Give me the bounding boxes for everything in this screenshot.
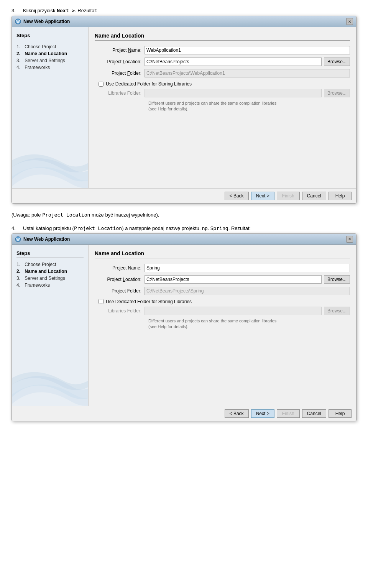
libraries-input xyxy=(145,89,322,97)
step4-number: 4. xyxy=(12,225,23,231)
next-button-ref: Next > xyxy=(57,8,75,13)
next-button[interactable]: Next > xyxy=(251,192,274,200)
titlebar-left: W New Web Application xyxy=(15,18,70,25)
project-name-label-2: Project Name: xyxy=(95,265,145,271)
help-button-2[interactable]: Help xyxy=(329,409,352,418)
svg-text:W: W xyxy=(16,237,20,241)
app-icon-2: W xyxy=(15,236,21,242)
project-location-label-2: Project Location: xyxy=(95,277,145,282)
step2-item-2: 2. Name and Location xyxy=(16,268,84,275)
steps-heading-2: Steps xyxy=(16,250,84,258)
project-name-label: Project Name: xyxy=(95,48,145,53)
project-location-row: Project Location: Browse... xyxy=(95,57,350,66)
content-panel: Name and Location Project Name: Project … xyxy=(89,27,356,188)
libraries-input-2 xyxy=(145,307,322,315)
cancel-button-2[interactable]: Cancel xyxy=(302,409,326,418)
field-reference: Project Location xyxy=(42,212,90,218)
next-button-2[interactable]: Next > xyxy=(251,409,274,418)
project-folder-input xyxy=(145,69,350,77)
dedicated-folder-checkbox-2[interactable] xyxy=(99,299,104,304)
dedicated-folder-label-2: Use Dedicated Folder for Storing Librari… xyxy=(106,299,192,304)
location-browse-button[interactable]: Browse... xyxy=(324,57,350,66)
step-item-3: 3. Server and Settings xyxy=(16,57,84,64)
close-button-2[interactable]: ✕ xyxy=(346,236,353,243)
dialog2-body: Steps 1. Choose Project 2. Name and Loca… xyxy=(12,245,356,406)
project-name-input-2[interactable] xyxy=(145,264,350,272)
location-browse-button-2[interactable]: Browse... xyxy=(324,275,350,284)
step2-item-3: 3. Server and Settings xyxy=(16,275,84,282)
content-panel-2: Name and Location Project Name: Project … xyxy=(89,245,356,406)
step-item-4: 4. Frameworks xyxy=(16,64,84,71)
watermark-2 xyxy=(12,360,88,406)
watermark xyxy=(12,142,88,188)
step3-number: 3. xyxy=(12,8,23,13)
back-button-2[interactable]: < Back xyxy=(225,409,249,418)
dedicated-folder-label: Use Dedicated Folder for Storing Librari… xyxy=(106,81,192,87)
step-item-2: 2. Name and Location xyxy=(16,50,84,57)
project-name-row: Project Name: xyxy=(95,46,350,54)
dedicated-folder-row-2: Use Dedicated Folder for Storing Librari… xyxy=(95,299,350,304)
step3-text: Kliknij przycisk Next >. Rezultat: xyxy=(23,8,97,13)
dialog1-body: Steps 1. Choose Project 2. Name and Loca… xyxy=(12,27,356,188)
svg-text:W: W xyxy=(16,20,20,24)
note-paragraph: (Uwaga: pole Project Location może być i… xyxy=(12,211,356,219)
libraries-label: Libraries Folder: xyxy=(95,90,145,96)
finish-button[interactable]: Finish xyxy=(277,192,300,200)
project-name-input[interactable] xyxy=(145,46,350,54)
content-title: Name and Location xyxy=(95,33,350,41)
dialog1-footer: < Back Next > Finish Cancel Help xyxy=(12,188,356,203)
step2-item-1: 1. Choose Project xyxy=(16,261,84,268)
project-name-row-2: Project Name: xyxy=(95,264,350,272)
dialog1-title: New Web Application xyxy=(23,19,70,24)
dedicated-folder-checkbox[interactable] xyxy=(99,82,104,87)
dialog1-titlebar: W New Web Application ✕ xyxy=(12,16,356,27)
dialog2-titlebar: W New Web Application ✕ xyxy=(12,234,356,245)
libraries-label-2: Libraries Folder: xyxy=(95,308,145,314)
libraries-folder-row: Libraries Folder: Browse... xyxy=(95,89,350,97)
project-folder-input-2 xyxy=(145,287,350,295)
libraries-folder-row-2: Libraries Folder: Browse... xyxy=(95,307,350,315)
libraries-browse-button-2: Browse... xyxy=(324,307,350,315)
help-text: Different users and projects can share t… xyxy=(148,100,350,112)
project-folder-label-2: Project Folder: xyxy=(95,288,145,294)
steps-panel: Steps 1. Choose Project 2. Name and Loca… xyxy=(12,27,89,188)
help-text-2: Different users and projects can share t… xyxy=(148,318,350,330)
back-button[interactable]: < Back xyxy=(225,192,249,200)
spring-ref: Spring xyxy=(210,225,228,231)
project-location-label: Project Location: xyxy=(95,59,145,64)
dedicated-folder-row: Use Dedicated Folder for Storing Librari… xyxy=(95,81,350,87)
dialog2-title: New Web Application xyxy=(23,237,70,242)
app-icon: W xyxy=(15,18,21,25)
step4-instruction: 4. Ustal katalog projektu (Projekt Locat… xyxy=(12,225,356,231)
step4-text: Ustal katalog projektu (Projekt Location… xyxy=(23,225,251,231)
dialog2-window: W New Web Application ✕ Steps 1. Choose … xyxy=(12,233,356,421)
libraries-browse-button: Browse... xyxy=(324,89,350,97)
titlebar2-left: W New Web Application xyxy=(15,236,70,242)
close-button[interactable]: ✕ xyxy=(346,18,353,25)
project-folder-row-2: Project Folder: xyxy=(95,287,350,295)
project-folder-row: Project Folder: xyxy=(95,69,350,77)
steps-panel-2: Steps 1. Choose Project 2. Name and Loca… xyxy=(12,245,89,406)
step3-instruction: 3. Kliknij przycisk Next >. Rezultat: xyxy=(12,8,356,13)
project-location-input[interactable] xyxy=(145,57,322,66)
step2-item-4: 4. Frameworks xyxy=(16,282,84,289)
dialog1-window: W New Web Application ✕ Steps 1. Choose … xyxy=(12,16,356,204)
step-item-1: 1. Choose Project xyxy=(16,43,84,50)
steps-list-2: 1. Choose Project 2. Name and Location 3… xyxy=(16,261,84,289)
steps-heading: Steps xyxy=(16,33,84,40)
steps-list: 1. Choose Project 2. Name and Location 3… xyxy=(16,43,84,71)
project-location-row-2: Project Location: Browse... xyxy=(95,275,350,284)
finish-button-2[interactable]: Finish xyxy=(277,409,300,418)
content-title-2: Name and Location xyxy=(95,250,350,258)
dialog2-footer: < Back Next > Finish Cancel Help xyxy=(12,406,356,421)
project-location-input-2[interactable] xyxy=(145,275,322,284)
cancel-button[interactable]: Cancel xyxy=(302,192,326,200)
help-button[interactable]: Help xyxy=(329,192,352,200)
project-folder-label: Project Folder: xyxy=(95,71,145,76)
projekt-location-ref: Projekt Location xyxy=(74,225,122,231)
